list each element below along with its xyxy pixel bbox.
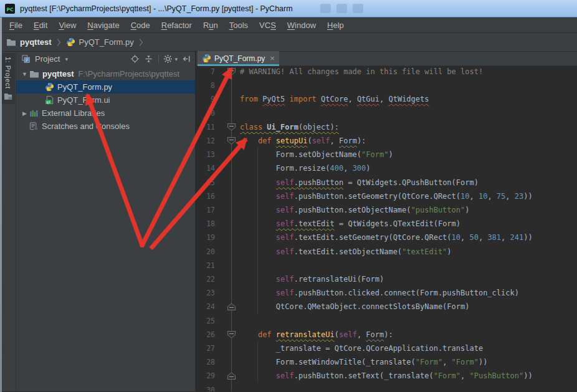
editor-tab-bar: PyQT_Form.py ×	[196, 52, 577, 66]
project-panel-title[interactable]: Project	[35, 54, 60, 64]
line-number: 26	[196, 330, 215, 339]
project-panel-icon	[21, 54, 31, 64]
tree-item-pyqttest[interactable]: ▼pyqttestF:\PycharmProjects\pyqttest	[16, 67, 195, 80]
tree-item-scratches-and-consoles[interactable]: Scratches and Consoles	[16, 120, 195, 133]
code-text: self.textEdit = QtWidgets.QTextEdit(Form…	[240, 219, 460, 228]
title-bar[interactable]: PC pyqttest [F:\PycharmProjects\pyqttest…	[0, 0, 577, 17]
line-number: 19	[196, 233, 215, 242]
code-text: Form.resize(400, 300)	[240, 164, 371, 173]
fold-open-icon[interactable]	[227, 68, 236, 75]
line-number: 23	[196, 289, 215, 297]
breadcrumb-item[interactable]: PyQT_Form.py	[79, 37, 134, 47]
tree-item-pyqt-form-py[interactable]: PyQT_Form.py	[16, 80, 195, 93]
code-line-23[interactable]: 23 self.pushButton.clicked.connect(Form.…	[196, 286, 577, 300]
fold-open-icon[interactable]	[227, 331, 236, 338]
tree-item-external-libraries[interactable]: ▶External Libraries	[16, 107, 195, 120]
line-number: 16	[196, 192, 215, 201]
code-line-15[interactable]: 15 self.pushButton = QtWidgets.QPushButt…	[196, 176, 577, 189]
collapse-all-icon[interactable]	[144, 54, 153, 64]
code-line-29[interactable]: 29 self.pushButton.setText(_translate("F…	[196, 369, 577, 383]
code-text: class Ui_Form(object):	[240, 123, 339, 131]
menu-view[interactable]: View	[53, 21, 82, 30]
code-text: def setupUi(self, Form):	[240, 136, 366, 145]
code-line-10[interactable]: 10	[196, 107, 577, 120]
code-line-8[interactable]: 8	[196, 79, 577, 92]
toolbar-separator	[158, 55, 159, 63]
line-number: 24	[196, 302, 215, 311]
code-line-26[interactable]: 26 def retranslateUi(self, Form):	[196, 328, 577, 342]
tree-item-pyqt-form-ui[interactable]: qtPyQT_Form.ui	[16, 93, 195, 107]
code-line-7[interactable]: 7# WARNING! All changes made in this fil…	[196, 66, 577, 79]
menu-file[interactable]: File	[4, 21, 28, 30]
menu-help[interactable]: Help	[322, 21, 350, 30]
code-line-21[interactable]: 21	[196, 259, 577, 272]
fold-open-icon[interactable]	[227, 137, 236, 145]
code-text: Form.setObjectName("Form")	[240, 150, 393, 159]
fold-close-icon[interactable]	[227, 303, 236, 310]
code-line-25[interactable]: 25	[196, 314, 577, 328]
project-tree: ▼pyqttestF:\PycharmProjects\pyqttestPyQT…	[16, 66, 195, 391]
menu-tools[interactable]: Tools	[224, 21, 254, 30]
code-line-12[interactable]: 12 def setupUi(self, Form):	[196, 134, 577, 148]
code-text: Form.setWindowTitle(_translate("Form", "…	[240, 358, 487, 366]
code-line-13[interactable]: 13 Form.setObjectName("Form")	[196, 148, 577, 161]
code-line-11[interactable]: 11class Ui_Form(object):	[196, 120, 577, 134]
external-libraries-icon	[29, 108, 39, 118]
line-number: 12	[196, 136, 215, 145]
chevron-down-icon[interactable]: ▾	[65, 56, 68, 62]
code-line-24[interactable]: 24 QtCore.QMetaObject.connectSlotsByName…	[196, 300, 577, 313]
hide-icon[interactable]	[182, 54, 191, 64]
code-line-14[interactable]: 14 Form.resize(400, 300)	[196, 161, 577, 175]
line-number: 8	[196, 81, 215, 90]
project-tab-label: 1: Project	[4, 57, 12, 88]
tree-item-label: Scratches and Consoles	[42, 122, 130, 131]
code-line-9[interactable]: 9from PyQt5 import QtCore, QtGui, QtWidg…	[196, 92, 577, 106]
menu-refactor[interactable]: Refactor	[156, 21, 198, 30]
line-number: 22	[196, 275, 215, 284]
code-line-27[interactable]: 27 _translate = QtCore.QCoreApplication.…	[196, 342, 577, 355]
tree-item-label: PyQT_Form.ui	[57, 95, 110, 105]
fold-close-icon[interactable]	[227, 372, 236, 380]
menu-navigate[interactable]: Navigate	[82, 21, 125, 30]
line-number: 10	[196, 109, 215, 118]
code-text: self.textEdit.setObjectName("textEdit")	[240, 247, 452, 256]
python-file-icon	[45, 82, 54, 92]
code-line-30[interactable]: 30	[196, 383, 577, 391]
breadcrumb-item[interactable]: pyqttest	[20, 37, 52, 47]
code-line-22[interactable]: 22 self.retranslateUi(Form)	[196, 272, 577, 286]
code-line-28[interactable]: 28 Form.setWindowTitle(_translate("Form"…	[196, 355, 577, 369]
locate-icon[interactable]	[130, 54, 140, 64]
chevron-collapsed-icon[interactable]: ▶	[20, 110, 29, 117]
chevron-expanded-icon[interactable]: ▼	[20, 71, 29, 77]
ghost-icon	[336, 4, 347, 13]
project-panel: Project ▾ ▾ ▼pyqttestF:\PycharmProjects\…	[16, 52, 195, 391]
menu-window[interactable]: Window	[282, 21, 322, 30]
code-text: self.pushButton.clicked.connect(Form.pus…	[240, 289, 519, 297]
code-line-20[interactable]: 20 self.textEdit.setObjectName("textEdit…	[196, 245, 577, 259]
menu-run[interactable]: Run	[198, 21, 224, 30]
fold-open-icon[interactable]	[227, 123, 236, 131]
ghost-icon	[320, 4, 331, 13]
code-text: self.textEdit.setGeometry(QtCore.QRect(1…	[240, 233, 533, 242]
code-line-16[interactable]: 16 self.pushButton.setGeometry(QtCore.QR…	[196, 189, 577, 203]
tool-window-bar: 1: Project	[0, 52, 16, 391]
close-icon[interactable]: ×	[270, 54, 275, 62]
code-line-17[interactable]: 17 self.pushButton.setObjectName("pushBu…	[196, 203, 577, 217]
menu-edit[interactable]: Edit	[28, 21, 53, 30]
code-editor[interactable]: 7# WARNING! All changes made in this fil…	[196, 66, 577, 391]
code-text: def retranslateUi(self, Form):	[240, 330, 393, 339]
gear-icon[interactable]	[163, 54, 173, 64]
code-text: QtCore.QMetaObject.connectSlotsByName(Fo…	[240, 302, 469, 311]
svg-text:qt: qt	[46, 100, 51, 105]
code-line-18[interactable]: 18 self.textEdit = QtWidgets.QTextEdit(F…	[196, 217, 577, 231]
tab-pyqt-form-py[interactable]: PyQT_Form.py ×	[198, 51, 279, 65]
tool-window-project-button[interactable]: 1: Project	[1, 53, 15, 104]
chevron-down-icon: ▾	[174, 56, 178, 62]
code-text: self.retranslateUi(Form)	[240, 275, 384, 284]
ghost-icon	[353, 4, 363, 13]
menu-vcs[interactable]: VCS	[254, 21, 282, 30]
menu-code[interactable]: Code	[125, 21, 156, 30]
folder-icon	[6, 37, 16, 47]
tree-item-label: External Libraries	[42, 108, 105, 118]
code-line-19[interactable]: 19 self.textEdit.setGeometry(QtCore.QRec…	[196, 231, 577, 244]
